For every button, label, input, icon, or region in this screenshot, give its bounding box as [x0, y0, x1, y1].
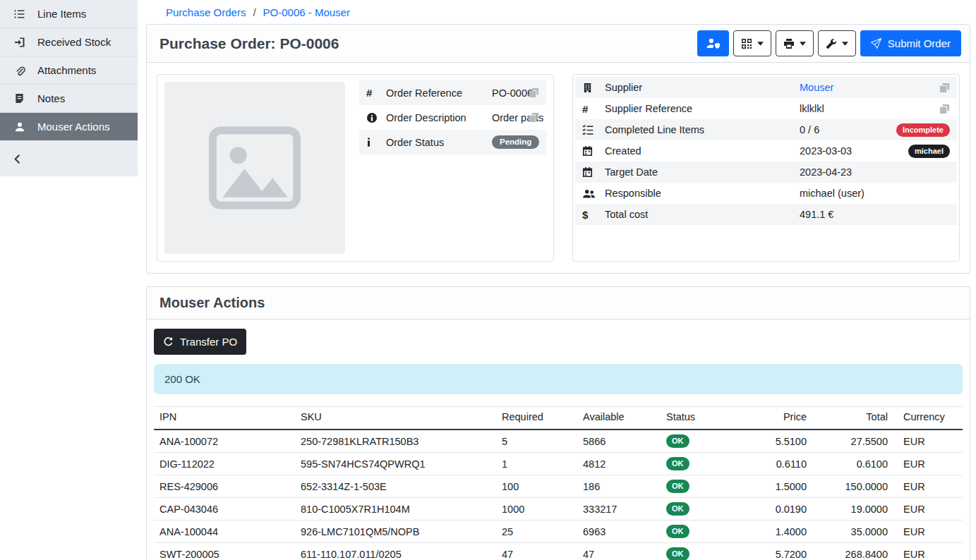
- header-sku: SKU: [295, 407, 496, 430]
- supplier-link[interactable]: Mouser: [800, 82, 833, 93]
- dollar-icon: $: [582, 209, 605, 221]
- ok-badge: OK: [666, 525, 689, 538]
- cell-total: 0.6100: [812, 453, 893, 475]
- sidebar-item-received-stock[interactable]: Received Stock: [0, 28, 138, 56]
- barcode-actions-button[interactable]: [733, 30, 771, 56]
- cell-sku: 926-LMC7101QM5/NOPB: [295, 521, 496, 543]
- detail-row-order-status: Order Status Pending: [359, 130, 546, 154]
- sidebar-item-line-items[interactable]: Line Items: [0, 0, 138, 28]
- ok-badge: OK: [666, 434, 689, 448]
- qrcode-icon: [741, 38, 752, 49]
- print-actions-button[interactable]: [776, 30, 814, 56]
- cell-available: 333217: [577, 498, 661, 521]
- incomplete-badge: Incomplete: [896, 123, 950, 137]
- detail-row-supplier-reference: # Supplier Reference lklklkl: [575, 98, 957, 119]
- cell-status: OK: [661, 430, 735, 453]
- cell-ipn: DIG-112022: [154, 453, 295, 475]
- detail-label: Responsible: [605, 188, 800, 199]
- sidebar: Line Items Received Stock Attachments No…: [0, 0, 138, 176]
- mouser-actions-body: Transfer PO 200 OK IPN SKU Required Avai…: [147, 319, 970, 560]
- order-actions-button[interactable]: [818, 30, 856, 56]
- line-items-table: IPN SKU Required Available Status Price …: [154, 406, 963, 560]
- cell-required: 25: [496, 521, 577, 543]
- sidebar-collapse-button[interactable]: [0, 141, 138, 176]
- cell-sku: 611-110.107.011/0205: [295, 543, 496, 560]
- user-icon: [14, 121, 27, 133]
- detail-value: michael (user): [800, 188, 950, 199]
- status-alert: 200 OK: [154, 364, 963, 394]
- copy-icon[interactable]: [939, 83, 950, 93]
- detail-value: Order parts: [492, 112, 529, 123]
- detail-value: PO-0006: [492, 87, 529, 99]
- sidebar-item-label: Mouser Actions: [37, 121, 110, 133]
- submit-order-button[interactable]: Submit Order: [860, 30, 961, 56]
- cell-ipn: ANA-100044: [154, 521, 295, 543]
- table-row: RES-429006 652-3314Z-1-503E 100 186 OK 1…: [154, 475, 963, 498]
- cell-required: 1: [496, 453, 577, 475]
- page-title: Purchase Order: PO-0006: [159, 35, 339, 52]
- alert-text: 200 OK: [164, 373, 200, 385]
- cell-price: 5.7200: [735, 543, 812, 560]
- list-icon: [14, 8, 27, 20]
- detail-row-responsible: Responsible michael (user): [575, 183, 957, 204]
- table-header-row: IPN SKU Required Available Status Price …: [154, 407, 963, 430]
- cell-available: 186: [577, 475, 661, 498]
- cell-available: 47: [577, 543, 661, 560]
- purchase-order-panel: Purchase Order: PO-0006: [146, 24, 970, 274]
- note-icon: [14, 93, 27, 104]
- cell-ipn: ANA-100072: [154, 430, 295, 453]
- cell-status: OK: [661, 543, 735, 560]
- breadcrumb: Purchase Orders / PO-0006 - Mouser: [146, 0, 970, 24]
- mouser-actions-header: Mouser Actions: [147, 287, 970, 319]
- header-required: Required: [496, 407, 577, 430]
- panel-title: Mouser Actions: [159, 295, 265, 311]
- detail-row-order-reference: # Order Reference PO-0006: [359, 80, 546, 105]
- cell-sku: 250-72981KLRATR150B3: [295, 430, 496, 453]
- cell-currency: EUR: [893, 543, 963, 560]
- cell-price: 0.6110: [735, 453, 812, 475]
- cell-currency: EUR: [893, 430, 963, 453]
- cell-available: 4812: [577, 453, 661, 475]
- image-placeholder-icon: [201, 114, 308, 221]
- paper-plane-icon: [871, 38, 881, 49]
- refresh-icon: [163, 336, 174, 347]
- detail-value: 2023-03-03: [800, 145, 908, 157]
- breadcrumb-separator: /: [253, 6, 255, 18]
- sidebar-item-attachments[interactable]: Attachments: [0, 56, 138, 85]
- order-image-placeholder[interactable]: [164, 82, 345, 254]
- user-roles-button[interactable]: [697, 30, 729, 56]
- sidebar-item-notes[interactable]: Notes: [0, 85, 138, 113]
- cell-currency: EUR: [893, 453, 963, 475]
- table-row: ANA-100072 250-72981KLRATR150B3 5 5866 O…: [154, 430, 963, 453]
- submit-order-label: Submit Order: [888, 37, 951, 49]
- header-ipn: IPN: [154, 407, 295, 430]
- sign-in-icon: [14, 37, 27, 48]
- cell-status: OK: [661, 521, 735, 543]
- detail-value: 491.1 €: [800, 209, 950, 220]
- breadcrumb-current-order[interactable]: PO-0006 - Mouser: [263, 6, 350, 18]
- copy-icon[interactable]: [529, 87, 539, 98]
- sidebar-item-label: Notes: [37, 92, 65, 104]
- cell-ipn: SWT-200005: [154, 543, 295, 560]
- order-summary-card: # Order Reference PO-0006 Order Descript…: [157, 74, 554, 262]
- cell-total: 35.0000: [812, 521, 893, 543]
- detail-value: 0 / 6: [800, 124, 896, 135]
- calendar-icon: [582, 167, 605, 178]
- transfer-po-button[interactable]: Transfer PO: [154, 329, 246, 355]
- detail-value: 2023-04-23: [800, 166, 950, 178]
- status-badge-pending: Pending: [492, 135, 539, 150]
- header-currency: Currency: [893, 407, 963, 430]
- detail-label: Order Status: [386, 137, 492, 148]
- user-badge: michael: [908, 145, 950, 158]
- breadcrumb-purchase-orders[interactable]: Purchase Orders: [166, 6, 246, 18]
- sidebar-item-label: Line Items: [37, 8, 86, 20]
- cell-ipn: CAP-043046: [154, 498, 295, 521]
- users-icon: [582, 188, 605, 199]
- copy-icon[interactable]: [529, 112, 539, 123]
- order-details: # Order Reference PO-0006 Order Descript…: [147, 63, 970, 273]
- copy-icon[interactable]: [939, 104, 950, 114]
- sidebar-item-mouser-actions[interactable]: Mouser Actions: [0, 113, 138, 141]
- cell-price: 5.5100: [735, 430, 812, 453]
- purchase-order-header: Purchase Order: PO-0006: [147, 25, 970, 63]
- header-actions: Submit Order: [697, 30, 961, 56]
